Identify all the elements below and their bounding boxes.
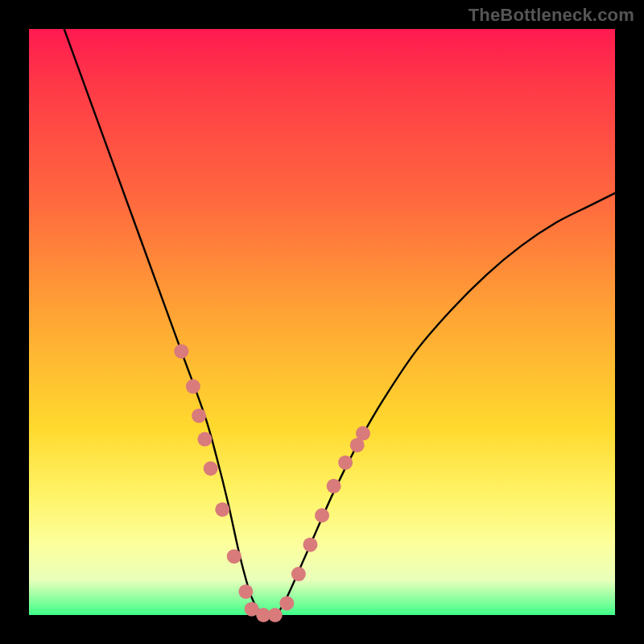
chart-svg [29,29,615,615]
marker-dot [327,479,341,493]
chart-frame: TheBottleneck.com [0,0,644,644]
plot-area [29,29,615,615]
marker-dot [338,456,353,470]
marker-dot [227,549,242,564]
bottleneck-curve-path [64,29,615,617]
marker-dot [279,596,294,610]
marker-dot [186,379,200,394]
marker-dot [215,502,229,517]
marker-dot [174,344,188,358]
watermark-text: TheBottleneck.com [469,5,634,26]
marker-dot-group [174,344,370,622]
marker-dot [315,508,329,522]
marker-dot [291,567,306,581]
marker-dot [356,426,370,440]
marker-dot [238,584,253,599]
marker-dot [303,538,317,552]
marker-dot [268,608,283,622]
marker-dot [204,461,218,476]
marker-dot [197,432,212,447]
marker-dot [192,408,206,423]
